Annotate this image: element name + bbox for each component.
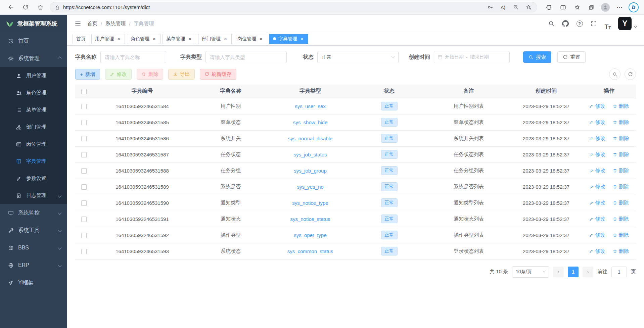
dict-type-link[interactable]: sys_user_sex [295, 103, 326, 109]
date-range-picker[interactable]: 开始日期 - 结束日期 [434, 51, 510, 63]
row-checkbox[interactable] [81, 200, 87, 206]
sidebar-item-user-management[interactable]: 用户管理 [0, 67, 67, 84]
table-row[interactable]: 1641030593246531584 用户性别 sys_user_sex 正常… [75, 98, 636, 114]
search-button[interactable]: 搜索 [523, 51, 551, 63]
select-all-checkbox[interactable] [81, 89, 87, 94]
row-checkbox[interactable] [81, 233, 87, 238]
table-row[interactable]: 1641030593246531589 系统是否 sys_yes_no 正常 系… [75, 179, 636, 195]
row-edit-button[interactable]: 修改 [589, 151, 605, 158]
favorites-button[interactable] [570, 1, 584, 13]
dict-type-link[interactable]: sys_job_group [294, 168, 327, 174]
sidebar-item-bbs[interactable]: BBS [0, 239, 67, 256]
sidebar-item-system-management[interactable]: 系统管理 [0, 50, 67, 67]
row-delete-button[interactable]: 删除 [613, 135, 629, 142]
browser-back-button[interactable] [3, 1, 18, 13]
sidebar-item-log-management[interactable]: 日志管理 [0, 187, 67, 204]
tab-close-icon[interactable]: × [152, 36, 157, 41]
github-button[interactable] [559, 17, 572, 30]
dict-type-link[interactable]: sys_common_status [287, 248, 333, 254]
row-edit-button[interactable]: 修改 [589, 248, 605, 254]
page-size-select[interactable]: 10条/页 [512, 266, 549, 278]
dict-type-link[interactable]: sys_notice_status [290, 216, 330, 222]
row-edit-button[interactable]: 修改 [589, 200, 605, 206]
row-delete-button[interactable]: 删除 [613, 200, 629, 206]
tab-post-management[interactable]: 岗位管理 × [234, 34, 267, 44]
dict-type-link[interactable]: sys_oper_type [294, 232, 327, 238]
zoom-out-icon[interactable] [509, 3, 522, 12]
table-row[interactable]: 1641030593246531592 操作类型 sys_oper_type 正… [75, 227, 636, 243]
row-edit-button[interactable]: 修改 [589, 103, 605, 109]
sidebar-item-dict-management[interactable]: 字典管理 [0, 153, 67, 170]
sidebar-item-dept-management[interactable]: 部门管理 [0, 119, 67, 136]
row-delete-button[interactable]: 删除 [613, 151, 629, 158]
extensions-button[interactable] [542, 1, 556, 13]
row-delete-button[interactable]: 删除 [613, 103, 629, 109]
table-row[interactable]: 1641030593246531588 任务分组 sys_job_group 正… [75, 162, 636, 179]
dict-type-link[interactable]: sys_yes_no [297, 184, 323, 190]
tab-close-icon[interactable]: × [223, 36, 228, 41]
browser-home-button[interactable] [33, 1, 48, 13]
table-row[interactable]: 1641030593246531585 菜单状态 sys_show_hide 正… [75, 114, 636, 130]
row-delete-button[interactable]: 删除 [613, 168, 629, 174]
add-button[interactable]: + 新增 [75, 69, 100, 80]
sidebar-toggle-button[interactable] [72, 17, 84, 30]
current-page-button[interactable]: 1 [568, 267, 579, 277]
row-checkbox[interactable] [81, 104, 87, 109]
row-delete-button[interactable]: 删除 [613, 184, 629, 190]
address-bar[interactable]: https://ccnetcore.com:1101/system/dict A… [50, 2, 537, 12]
sidebar-item-param-settings[interactable]: 参数设置 [0, 170, 67, 187]
password-key-icon[interactable] [484, 3, 497, 12]
split-screen-button[interactable] [556, 1, 570, 13]
status-select[interactable]: 正常 [317, 51, 399, 63]
row-checkbox[interactable] [81, 217, 87, 222]
user-avatar[interactable]: Y [618, 17, 632, 30]
breadcrumb-item-system[interactable]: 系统管理 [105, 20, 126, 27]
dict-name-input[interactable] [100, 51, 166, 63]
goto-page-input[interactable] [611, 267, 627, 277]
row-delete-button[interactable]: 删除 [613, 216, 629, 222]
tab-close-icon[interactable]: × [116, 36, 121, 41]
edit-button[interactable]: 修改 [105, 69, 132, 80]
sidebar-item-system-monitor[interactable]: 系统监控 [0, 204, 67, 222]
row-checkbox[interactable] [81, 249, 87, 254]
tab-dept-management[interactable]: 部门管理 × [198, 34, 232, 44]
row-edit-button[interactable]: 修改 [589, 168, 605, 174]
sidebar-item-role-management[interactable]: 角色管理 [0, 84, 67, 101]
row-edit-button[interactable]: 修改 [589, 216, 605, 222]
sidebar-item-menu-management[interactable]: 菜单管理 [0, 101, 67, 119]
app-logo[interactable]: 意框架管理系统 [0, 15, 67, 32]
add-favorite-icon[interactable] [522, 3, 535, 12]
dict-type-link[interactable]: sys_job_status [293, 152, 327, 157]
row-edit-button[interactable]: 修改 [589, 119, 605, 126]
sidebar-item-home[interactable]: 首页 [0, 32, 67, 50]
toggle-search-button[interactable] [609, 68, 620, 80]
prev-page-button[interactable]: ‹ [553, 267, 564, 277]
collections-button[interactable] [584, 1, 598, 13]
export-button[interactable]: 导出 [168, 69, 195, 80]
font-size-button[interactable]: TT [601, 17, 614, 30]
row-checkbox[interactable] [81, 168, 87, 174]
next-page-button[interactable]: › [583, 267, 593, 277]
row-checkbox[interactable] [81, 120, 87, 125]
dict-type-input[interactable] [205, 51, 287, 63]
table-row[interactable]: 1641030593246531591 通知状态 sys_notice_stat… [75, 211, 636, 227]
row-checkbox[interactable] [81, 136, 87, 141]
tab-menu-management[interactable]: 菜单管理 × [163, 34, 196, 44]
reset-button[interactable]: 重置 [557, 51, 586, 63]
read-aloud-icon[interactable]: A) [497, 3, 509, 12]
row-edit-button[interactable]: 修改 [589, 232, 605, 238]
table-row[interactable]: 1641030593246531587 任务状态 sys_job_status … [75, 146, 636, 162]
tab-close-icon[interactable]: × [187, 36, 192, 41]
row-delete-button[interactable]: 删除 [613, 248, 629, 254]
tab-role-management[interactable]: 角色管理 × [127, 34, 160, 44]
tab-close-icon[interactable]: × [259, 36, 264, 41]
bing-copilot-button[interactable]: b [627, 1, 641, 13]
header-search-button[interactable] [545, 17, 558, 30]
dict-type-link[interactable]: sys_show_hide [293, 120, 328, 125]
sidebar-item-system-tools[interactable]: 系统工具 [0, 222, 67, 239]
avatar-dropdown-caret-icon[interactable] [634, 24, 637, 28]
breadcrumb-item-home[interactable]: 首页 [87, 20, 97, 27]
tab-close-icon[interactable]: × [300, 36, 305, 41]
table-row[interactable]: 1641030593246531590 通知类型 sys_notice_type… [75, 195, 636, 211]
browser-refresh-button[interactable] [18, 1, 33, 13]
